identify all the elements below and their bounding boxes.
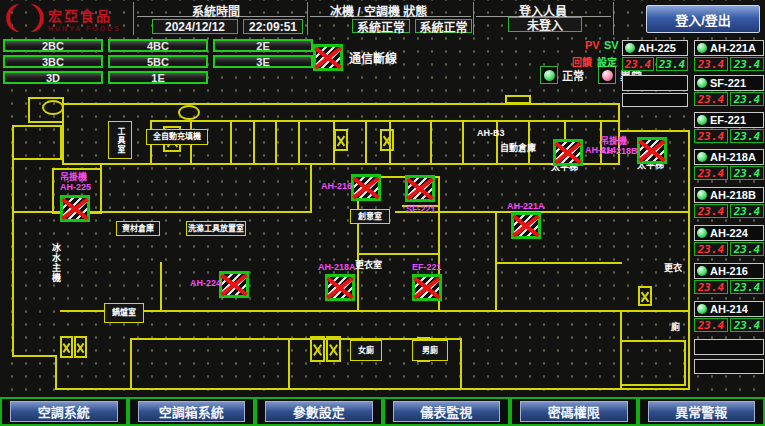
unit-ah-216[interactable]: AH-216 (694, 263, 764, 279)
nav-ac-system[interactable]: 空調系統 (10, 401, 118, 422)
marker-ah-218a[interactable] (325, 274, 355, 301)
unit-ah-225[interactable]: AH-225 (622, 40, 688, 56)
wall-line (230, 120, 232, 165)
legend-normal-label: 正常 (562, 67, 584, 83)
unit-ah-214[interactable]: AH-214 (694, 301, 764, 317)
marker-label-ah-225: 吊掛機AH-225 (60, 172, 91, 193)
sv-value: 23.4 (730, 129, 764, 143)
marker-sf-221[interactable] (405, 175, 435, 202)
plan-text-label: 廁 (671, 323, 680, 333)
pv-value: 23.4 (694, 166, 728, 180)
floor-button-3d[interactable]: 3D (3, 71, 103, 84)
floor-button-5bc[interactable]: 5BC (108, 55, 208, 68)
wall-line (55, 355, 57, 390)
nav-param-settings[interactable]: 參數設定 (265, 401, 373, 422)
elevator-icon (178, 105, 200, 120)
room-label: 資材倉庫 (116, 221, 160, 236)
wall-line (150, 120, 620, 122)
plan-text-label: 更衣 (664, 264, 682, 274)
marker-ah-221a[interactable] (511, 212, 541, 239)
unit-values: 23.423.4 (694, 242, 764, 256)
floor-button-3bc[interactable]: 3BC (3, 55, 103, 68)
unit-led-icon (696, 114, 708, 126)
unit-led-icon (696, 303, 708, 315)
unit-led-icon (696, 227, 708, 239)
plan-text-label: AH-B3 (477, 129, 505, 139)
nav-ahu-system[interactable]: 空調箱系統 (138, 401, 246, 422)
marker-label-ah-224: AH-224 (190, 278, 221, 288)
ac-status: 系統正常 (415, 19, 472, 33)
unit-ah-224[interactable]: AH-224 (694, 225, 764, 241)
floor-button-3e[interactable]: 3E (213, 55, 313, 68)
unit-ef-221[interactable]: EF-221 (694, 112, 764, 128)
unit-values: 23.423.4 (694, 318, 764, 332)
unit-ah-218a[interactable]: AH-218A (694, 149, 764, 165)
unit-sf-221[interactable]: SF-221 (694, 75, 764, 91)
date-display: 2024/12/12 (152, 19, 238, 34)
unit-led-icon (696, 151, 708, 163)
wall-box (12, 125, 62, 160)
marker-ah-225[interactable] (60, 195, 90, 222)
wall-line (130, 338, 132, 390)
marker-ah-214[interactable] (553, 139, 583, 166)
floor-button-2e[interactable]: 2E (213, 39, 313, 52)
sv-sub-header: 設定 (597, 54, 617, 69)
room-label: 女廁 (350, 340, 382, 361)
unit-ah-221a[interactable]: AH-221A (694, 40, 764, 56)
room-label: 鍋爐室 (104, 303, 144, 323)
floor-button-4bc[interactable]: 4BC (108, 39, 208, 52)
wall-line (496, 120, 498, 165)
unit-led-icon (696, 77, 708, 89)
pv-value: 23.4 (622, 57, 654, 71)
room-label: 工具室 (108, 121, 132, 159)
nav-password-auth[interactable]: 密碼權限 (520, 401, 628, 422)
led-icon (697, 266, 707, 276)
sv-value: 23.4 (730, 242, 764, 256)
wall-line (620, 130, 690, 132)
unit-name: SF-221 (710, 77, 746, 89)
sv-value: 23.4 (730, 57, 764, 71)
floor-button-1e[interactable]: 1E (108, 71, 208, 84)
unit-name: AH-221A (710, 42, 756, 54)
stair-icon (310, 336, 325, 362)
marker-label-sf-221: SF-221 (406, 204, 436, 214)
stair-icon (74, 336, 87, 358)
time-display: 22:09:51 (243, 19, 303, 34)
marker-label-ah-218b: 吊掛機AH-218B (600, 136, 638, 157)
marker-label-ef-221: EF-221 (412, 262, 442, 272)
marker-ah-224[interactable] (219, 271, 249, 298)
stair-icon (60, 336, 73, 358)
nav-alarm[interactable]: 異常警報 (648, 401, 756, 422)
floor-button-2bc[interactable]: 2BC (3, 39, 103, 52)
pv-value: 23.4 (694, 242, 728, 256)
header-divider (473, 2, 474, 35)
marker-ef-221[interactable] (412, 274, 442, 301)
nav-meter-monitor[interactable]: 儀表監視 (393, 401, 501, 422)
unit-ah-218b[interactable]: AH-218B (694, 187, 764, 203)
wall-line (160, 262, 162, 312)
nav-cell: 空調系統 (0, 397, 128, 426)
led-icon (697, 115, 707, 125)
led-icon (697, 228, 707, 238)
pv-value: 23.4 (694, 57, 728, 71)
room-label: 創意室 (350, 209, 390, 224)
nav-cell: 密碼權限 (510, 397, 638, 426)
pv-value: 23.4 (694, 280, 728, 294)
marker-ah-216[interactable] (351, 174, 381, 201)
comm-loss-icon (313, 44, 343, 71)
unit-led-icon (696, 189, 708, 201)
wall-line (62, 103, 620, 105)
wall-line (357, 253, 440, 255)
marker-ah-218b[interactable] (637, 137, 667, 164)
login-logout-button[interactable]: 登入/登出 (646, 5, 760, 33)
unit-name: EF-221 (710, 114, 746, 126)
wall-line (430, 120, 432, 165)
sv-header: SV (604, 39, 619, 51)
unit-values: 23.423.4 (622, 57, 688, 71)
brand-name-en: HUNYA FOODS (48, 25, 121, 32)
nav-cell: 空調箱系統 (128, 397, 256, 426)
unit-values: 23.423.4 (694, 280, 764, 294)
sv-value: 23.4 (730, 318, 764, 332)
top-bar: 宏亞食品 HUNYA FOODS 系統時間 2024/12/12 22:09:5… (0, 0, 765, 38)
wall-box (505, 95, 531, 104)
